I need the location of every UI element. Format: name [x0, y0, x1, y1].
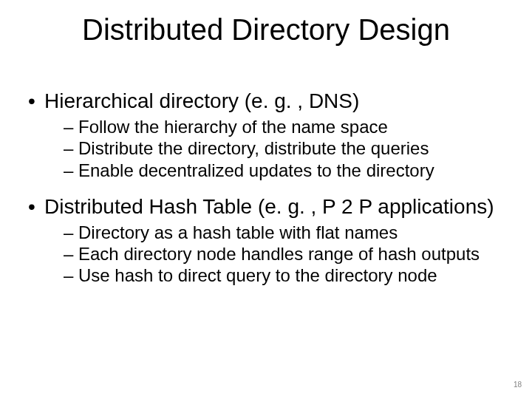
- bullet-2: •Distributed Hash Table (e. g. , P 2 P a…: [28, 194, 508, 219]
- bullet-1: •Hierarchical directory (e. g. , DNS): [28, 89, 508, 113]
- slide: Distributed Directory Design •Hierarchic…: [0, 0, 532, 399]
- bullet-dot-icon: •: [28, 89, 44, 113]
- slide-title: Distributed Directory Design: [0, 13, 532, 47]
- bullet-dot-icon: •: [28, 194, 44, 219]
- sub-item: – Follow the hierarchy of the name space: [64, 116, 508, 137]
- sub-item: – Each directory node handles range of h…: [64, 243, 508, 265]
- bullet-2-subs: – Directory as a hash table with flat na…: [64, 222, 508, 287]
- slide-body: •Hierarchical directory (e. g. , DNS) – …: [28, 89, 508, 287]
- bullet-2-text: Distributed Hash Table (e. g. , P 2 P ap…: [44, 195, 494, 218]
- sub-item: – Directory as a hash table with flat na…: [64, 222, 508, 243]
- bullet-1-text: Hierarchical directory (e. g. , DNS): [44, 89, 359, 112]
- sub-item: – Enable decentralized updates to the di…: [64, 160, 508, 181]
- slide-number: 18: [514, 381, 522, 389]
- sub-item: – Distribute the directory, distribute t…: [64, 137, 508, 159]
- bullet-1-subs: – Follow the hierarchy of the name space…: [64, 116, 508, 181]
- sub-item: – Use hash to direct query to the direct…: [64, 265, 508, 286]
